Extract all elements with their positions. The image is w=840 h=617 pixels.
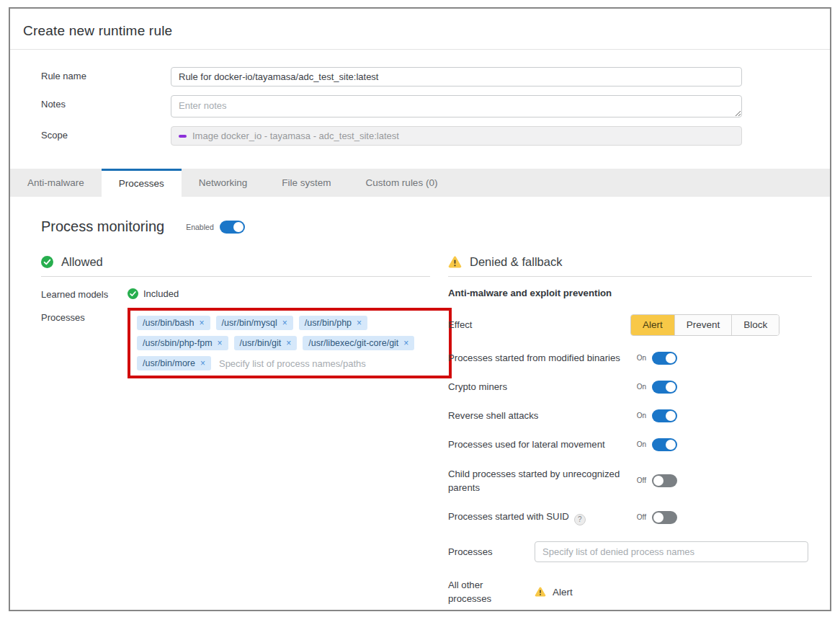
toggle-processes-started-with-suid[interactable] <box>652 511 677 524</box>
toggle-row-processes-used-for-lateral-movement: Processes used for lateral movementOn <box>448 438 812 451</box>
scope-label: Scope <box>41 126 171 141</box>
tab-processes[interactable]: Processes <box>102 169 182 197</box>
toggle-label: Processes started from modified binaries <box>448 351 630 365</box>
remove-chip-icon[interactable]: × <box>218 338 223 348</box>
effect-prevent-button[interactable]: Prevent <box>674 315 732 335</box>
scope-field: Image docker_io - tayamasa - adc_test_si… <box>171 126 742 146</box>
toggle-label: Reverse shell attacks <box>448 409 630 422</box>
toggle-label: Crypto miners <box>448 380 630 394</box>
toggle-processes-started-from-modified-binaries[interactable] <box>652 352 677 365</box>
allowed-section-header: Allowed <box>41 255 430 277</box>
help-icon[interactable]: ? <box>574 514 586 525</box>
toggle-processes-used-for-lateral-movement[interactable] <box>652 438 677 451</box>
warning-icon <box>448 256 462 268</box>
dialog-window: Create new runtime rule Rule name Notes … <box>9 7 831 611</box>
toggle-knob <box>233 222 243 232</box>
process-monitoring-toggle-label: Enabled <box>186 223 214 231</box>
toggle-row-reverse-shell-attacks: Reverse shell attacksOn <box>448 409 812 422</box>
notes-row: Notes <box>23 95 817 117</box>
toggle-label: Processes started with SUID? <box>448 510 630 525</box>
check-circle-icon <box>128 288 138 299</box>
effect-label: Effect <box>448 318 630 332</box>
check-circle-icon <box>41 256 53 268</box>
denied-processes-input[interactable] <box>535 541 808 562</box>
fallback-effect: Alert <box>535 587 573 598</box>
tab-bar: Anti-malwareProcessesNetworkingFile syst… <box>10 169 830 197</box>
annotation-highlight-box: /usr/bin/bash×/usr/bin/mysql×/usr/bin/ph… <box>128 308 452 378</box>
process-chip: /usr/bin/bash× <box>137 316 210 330</box>
warning-icon <box>535 587 546 597</box>
tab-networking[interactable]: Networking <box>182 169 265 197</box>
toggle-crypto-miners[interactable] <box>652 381 677 394</box>
tab-file-system[interactable]: File system <box>264 169 348 197</box>
process-chip-label: /usr/bin/mysql <box>222 318 277 328</box>
effect-button-group: AlertPreventBlock <box>630 314 779 336</box>
process-chip-label: /usr/bin/php <box>305 318 352 328</box>
process-chip-label: /usr/bin/more <box>143 358 195 368</box>
rule-name-label: Rule name <box>41 67 171 81</box>
toggle-state-label: On <box>630 354 646 362</box>
toggle-label: Processes used for lateral movement <box>448 438 630 451</box>
toggle-reverse-shell-attacks[interactable] <box>652 409 677 422</box>
toggle-state-label: Off <box>630 476 646 484</box>
tab-anti-malware[interactable]: Anti-malware <box>10 169 102 197</box>
rule-form: Rule name Notes Scope Image docker_io - … <box>10 50 830 156</box>
toggle-knob <box>666 440 676 450</box>
toggle-knob <box>666 353 676 363</box>
toggle-row-processes-started-from-modified-binaries: Processes started from modified binaries… <box>448 351 812 365</box>
toggle-label: Child processes started by unrecognized … <box>448 467 630 494</box>
denied-processes-row: Processes <box>448 541 812 562</box>
denied-section: Denied & fallback Anti-malware and explo… <box>448 255 812 605</box>
process-chip: /usr/libexec/git-core/git× <box>303 336 414 350</box>
fallback-label: All other processes <box>448 578 535 605</box>
process-monitoring-header: Process monitoring Enabled <box>41 218 830 235</box>
remove-chip-icon[interactable]: × <box>200 358 205 368</box>
fallback-value: Alert <box>553 587 573 598</box>
notes-input[interactable] <box>171 95 742 117</box>
toggle-row-crypto-miners: Crypto minersOn <box>448 380 812 394</box>
denied-processes-label: Processes <box>448 545 535 559</box>
page-title: Create new runtime rule <box>23 23 817 39</box>
notes-label: Notes <box>41 95 171 110</box>
tab-custom-rules-0[interactable]: Custom rules (0) <box>349 169 455 197</box>
toggle-knob <box>666 411 676 421</box>
rule-name-input[interactable] <box>171 67 742 86</box>
learned-models-value: Included <box>143 288 179 299</box>
process-chip-label: /usr/bin/bash <box>143 318 195 328</box>
toggle-state-label: On <box>630 383 646 391</box>
toggle-knob <box>653 512 663 523</box>
remove-chip-icon[interactable]: × <box>357 318 362 328</box>
remove-chip-icon[interactable]: × <box>286 338 291 348</box>
toggle-state-label: On <box>630 412 646 420</box>
process-chip: /usr/sbin/php-fpm× <box>137 336 228 350</box>
process-monitoring-toggle[interactable] <box>220 221 245 234</box>
remove-chip-icon[interactable]: × <box>282 318 287 328</box>
denied-title: Denied & fallback <box>470 255 562 269</box>
allowed-processes-label: Processes <box>41 311 128 323</box>
learned-models-label: Learned models <box>41 288 128 300</box>
effect-block-button[interactable]: Block <box>731 315 779 335</box>
denied-section-header: Denied & fallback <box>448 255 812 277</box>
toggle-row-processes-started-with-suid: Processes started with SUID?Off <box>448 510 812 525</box>
effect-alert-button[interactable]: Alert <box>631 315 674 335</box>
allowed-title: Allowed <box>61 255 103 269</box>
denied-toggle-list: Processes started from modified binaries… <box>448 351 812 525</box>
scope-row: Scope Image docker_io - tayamasa - adc_t… <box>23 126 817 146</box>
allowed-processes-row: Processes /usr/bin/bash×/usr/bin/mysql×/… <box>41 311 430 378</box>
process-chip: /usr/bin/git× <box>234 336 298 350</box>
remove-chip-icon[interactable]: × <box>403 338 408 348</box>
allowed-processes-input[interactable]: /usr/bin/bash×/usr/bin/mysql×/usr/bin/ph… <box>130 311 449 376</box>
toggle-state-label: Off <box>630 513 646 521</box>
scope-collection-icon <box>179 135 187 138</box>
remove-chip-icon[interactable]: × <box>200 318 205 328</box>
allowed-section: Allowed Learned models Included Processe… <box>41 255 430 378</box>
toggle-knob <box>653 476 663 486</box>
toggle-knob <box>666 382 676 392</box>
process-chip: /usr/bin/more× <box>137 356 211 370</box>
toggle-state-label: On <box>630 440 646 448</box>
process-chip: /usr/bin/mysql× <box>216 316 293 330</box>
learned-models-status: Included <box>128 288 179 299</box>
process-chip-label: /usr/bin/git <box>240 338 282 348</box>
toggle-child-processes-started-by-unrecognized-parents[interactable] <box>652 474 677 487</box>
process-chip: /usr/bin/php× <box>299 316 367 330</box>
